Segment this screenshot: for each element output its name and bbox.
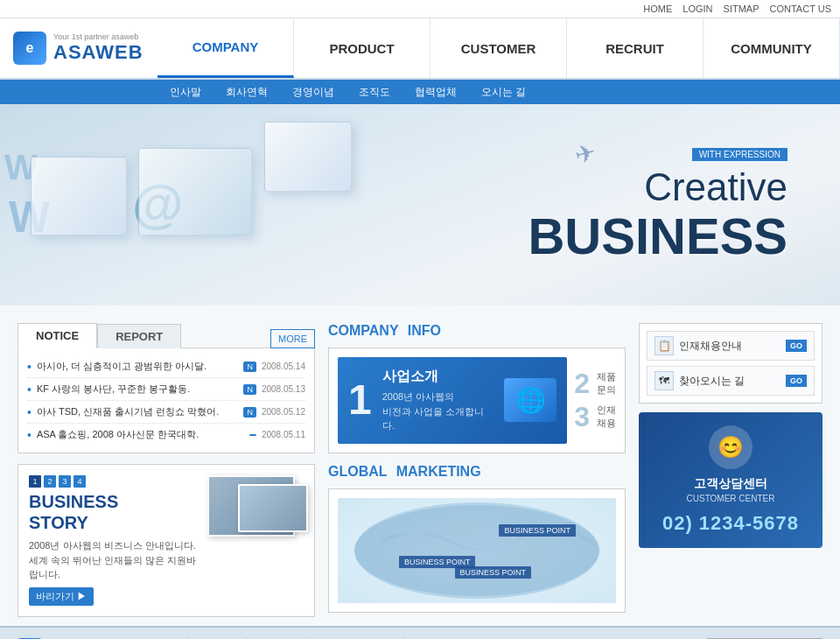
company-info-title: COMPANY INFO	[328, 323, 626, 339]
directions-go[interactable]: GO	[786, 375, 807, 387]
subnav-hyeopnyeokeopche[interactable]: 협력업체	[402, 85, 469, 100]
info-heading: 사업소개	[382, 368, 494, 386]
info-icon: 🌐	[515, 386, 546, 415]
customer-icon: 😊	[709, 425, 752, 469]
info-num-1: 1	[348, 379, 372, 421]
info-sub-item-2[interactable]: 3 인재 채용	[574, 403, 616, 431]
story-desc: 2008년 아사웹의 비즈니스 안내입니다. 세계 속의 뛰어난 인재들의 많은…	[29, 538, 199, 582]
info-sub-label-1: 제품 문의	[597, 370, 616, 397]
notice-badge: N	[243, 384, 256, 395]
main-content: NOTICE REPORT MORE • 아시아, 더 심층적이고 광범위한 아…	[0, 305, 840, 626]
notice-item: • ASA 홀쇼핑, 2008 아사신문 한국대학. 2008.05.11	[27, 424, 305, 446]
notice-badge: N	[243, 407, 256, 418]
customer-center-box: 😊 고객상담센터 CUSTOMER CENTER 02) 1234-5678	[639, 412, 822, 548]
notice-bullet: •	[27, 383, 32, 396]
business-story: 1 2 3 4 BUSINESS STORY 2008년 아사웹의 비즈니스 안…	[18, 464, 315, 617]
notice-bullet: •	[27, 361, 32, 373]
contact-link[interactable]: CONTACT US	[770, 4, 832, 14]
logo-name: ASAWEB	[53, 41, 144, 64]
global-title-highlight: MARKETING	[396, 464, 481, 479]
nav-company[interactable]: COMPANY	[158, 18, 294, 78]
hero-title: Creative BUSINESS	[528, 166, 788, 264]
notice-tabs: NOTICE REPORT MORE	[18, 323, 315, 348]
subnav-jojikdo[interactable]: 조직도	[346, 85, 402, 100]
footer: e ASAWEB 회사소개 │ 이용약관 │ 채용정보 │ 개인정보취급방침 │…	[0, 626, 840, 640]
customer-title: 고객상담센터	[652, 476, 809, 492]
hero-content: WITH EXPRESSION Creative BUSINESS	[528, 148, 788, 264]
notice-date: 2008.05.11	[262, 430, 305, 439]
story-more-button[interactable]: 바리가기 ▶	[29, 587, 94, 606]
notice-bullet: •	[27, 406, 32, 418]
info-sub-label-2: 인재 채용	[597, 404, 616, 430]
hero-business: BUSINESS	[528, 208, 788, 264]
subnav-osineungil[interactable]: 오시는 길	[469, 85, 538, 100]
company-info-title-main: COMPANY	[328, 323, 398, 338]
tab-report[interactable]: REPORT	[97, 324, 181, 348]
center-panel: COMPANY INFO 1 사업소개 2008년 아사웹의 비전과 사업을 소…	[328, 323, 626, 617]
company-info-title-highlight: INFO	[408, 323, 441, 338]
notice-date: 2008.05.14	[262, 362, 305, 371]
nav-recruit[interactable]: RECRUIT	[567, 18, 704, 78]
float-box-1	[31, 157, 127, 235]
notice-item: • 아시아, 더 심층적이고 광범위한 아시달. N 2008.05.14	[27, 355, 305, 378]
customer-phone: 02) 1234-5678	[652, 512, 809, 535]
notice-item: • 아사 TSD, 신재품 출시기념 런칭쇼 막혔어. N 2008.05.12	[27, 401, 305, 424]
notice-content: • 아시아, 더 심층적이고 광범위한 아시달. N 2008.05.14 • …	[18, 348, 315, 453]
subnav-insarang[interactable]: 인사말	[158, 85, 214, 100]
more-link[interactable]: MORE	[270, 329, 315, 348]
story-num-2[interactable]: 2	[44, 475, 56, 488]
nav-community[interactable]: COMMUNITY	[704, 18, 840, 78]
home-link[interactable]: HOME	[643, 4, 672, 14]
float-box-3	[264, 122, 352, 192]
sitmap-link[interactable]: SITMAP	[724, 4, 760, 14]
notice-text[interactable]: KF 사랑의 봉사단, 꾸준한 봉구활동.	[37, 383, 239, 396]
global-title-main: GLOBAL	[328, 464, 387, 479]
info-sub-items: 2 제품 문의 3 인재 채용	[574, 357, 616, 444]
nav-customer[interactable]: CUSTOMER	[430, 18, 567, 78]
logo-subtitle: Your 1st partner asaweb	[53, 32, 144, 41]
logo-text: Your 1st partner asaweb ASAWEB	[53, 32, 144, 64]
info-sub-num-2: 3	[574, 403, 590, 431]
customer-face-icon: 😊	[718, 435, 744, 460]
quick-link-directions[interactable]: 🗺 찾아오시는 길 GO	[647, 366, 815, 396]
global-marketing-title: GLOBAL MARKETING	[328, 464, 626, 480]
story-num-1[interactable]: 1	[29, 475, 41, 488]
customer-subtitle: CUSTOMER CENTER	[652, 494, 809, 503]
notice-text[interactable]: 아사 TSD, 신재품 출시기념 런칭쇼 막혔어.	[37, 405, 239, 418]
story-title: BUSINESS STORY	[29, 491, 199, 533]
login-link[interactable]: LOGIN	[682, 4, 712, 14]
info-sub-item-1[interactable]: 2 제품 문의	[574, 369, 616, 397]
notice-text[interactable]: ASA 홀쇼핑, 2008 아사신문 한국대학.	[37, 428, 244, 441]
nav-product[interactable]: PRODUCT	[294, 18, 430, 78]
notice-date: 2008.05.13	[262, 384, 305, 394]
info-desc: 2008년 아사웹의 비전과 사업을 소개합니다.	[382, 390, 494, 433]
quick-link-recruit[interactable]: 📋 인재채용안내 GO	[647, 331, 815, 361]
tab-notice[interactable]: NOTICE	[18, 323, 97, 348]
float-box-2	[138, 148, 252, 235]
story-num-controls: 1 2 3 4	[29, 475, 199, 488]
story-num-3[interactable]: 3	[59, 475, 71, 488]
logo-icon: e	[13, 32, 46, 65]
info-sub-num-1: 2	[574, 369, 590, 397]
global-marketing-box: BUSINESS POINT BUSINESS POINT BUSINESS P…	[328, 488, 626, 613]
subnav-hoisayeonhyeok[interactable]: 회사연혁	[214, 85, 280, 100]
bp-label-3: BUSINESS POINT	[455, 566, 532, 579]
company-info-main[interactable]: 1 사업소개 2008년 아사웹의 비전과 사업을 소개합니다. 🌐	[338, 357, 567, 444]
story-num-4[interactable]: 4	[74, 475, 86, 488]
main-nav: COMPANY PRODUCT CUSTOMER RECRUIT COMMUNI…	[158, 18, 840, 78]
directions-icon: 🗺	[654, 371, 674, 390]
notice-badge	[249, 434, 256, 436]
notice-date: 2008.05.12	[262, 407, 305, 417]
recruit-go[interactable]: GO	[786, 340, 807, 352]
left-panel: NOTICE REPORT MORE • 아시아, 더 심층적이고 광범위한 아…	[18, 323, 315, 617]
logo: e Your 1st partner asaweb ASAWEB	[0, 23, 158, 74]
story-text: 1 2 3 4 BUSINESS STORY 2008년 아사웹의 비즈니스 안…	[29, 475, 199, 606]
story-title-line1: BUSINESS	[29, 491, 199, 512]
hero-tag: WITH EXPRESSION	[692, 148, 788, 161]
world-map: BUSINESS POINT BUSINESS POINT BUSINESS P…	[338, 498, 616, 603]
logo-icon-e: e	[26, 40, 34, 56]
notice-bullet: •	[27, 429, 32, 441]
notice-text[interactable]: 아시아, 더 심층적이고 광범위한 아시달.	[37, 360, 239, 373]
subnav-gyeongyeonginyeom[interactable]: 경영이념	[280, 85, 346, 100]
story-title-line2: STORY	[29, 512, 199, 533]
